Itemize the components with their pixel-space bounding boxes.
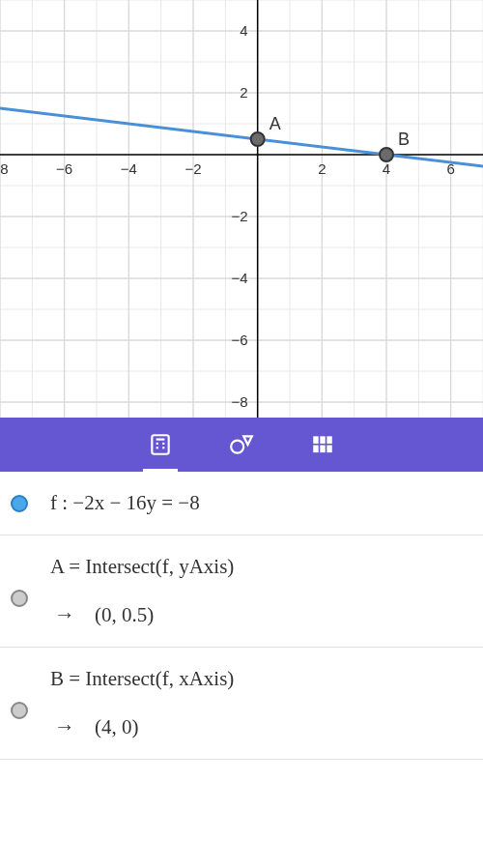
object-row-a[interactable]: A = Intersect(f, yAxis) → (0, 0.5) — [0, 535, 483, 648]
algebra-list: f : −2x − 16y = −8 A = Intersect(f, yAxi… — [0, 472, 483, 760]
svg-rect-72 — [327, 436, 331, 444]
visibility-marker-b[interactable] — [11, 702, 28, 719]
svg-text:−4: −4 — [232, 270, 248, 286]
svg-text:2: 2 — [318, 160, 326, 177]
visibility-marker-f[interactable] — [11, 495, 28, 512]
tools-view-icon[interactable] — [228, 431, 255, 458]
definition-a: A = Intersect(f, yAxis) — [50, 555, 471, 579]
definition-f: f : −2x − 16y = −8 — [50, 491, 471, 515]
svg-text:2: 2 — [240, 84, 247, 101]
svg-text:4: 4 — [240, 22, 247, 39]
svg-rect-70 — [313, 436, 318, 444]
definition-b: B = Intersect(f, xAxis) — [50, 667, 471, 691]
svg-text:−8: −8 — [232, 393, 248, 410]
svg-text:−6: −6 — [56, 160, 72, 177]
svg-text:4: 4 — [383, 160, 390, 177]
object-row-b[interactable]: B = Intersect(f, xAxis) → (4, 0) — [0, 648, 483, 760]
svg-rect-73 — [313, 446, 318, 453]
svg-rect-75 — [327, 446, 331, 453]
result-arrow-icon: → — [54, 602, 75, 627]
coordinate-plane[interactable]: −8−6−4−2246−8−6−4−224AB — [0, 0, 483, 418]
svg-point-69 — [231, 441, 243, 453]
svg-rect-71 — [320, 436, 325, 444]
svg-point-61 — [380, 148, 393, 161]
graph-panel[interactable]: −8−6−4−2246−8−6−4−224AB — [0, 0, 483, 418]
svg-text:A: A — [270, 114, 281, 133]
view-toolbar — [0, 418, 483, 472]
value-a: (0, 0.5) — [95, 603, 154, 627]
svg-point-59 — [251, 132, 265, 146]
svg-text:−8: −8 — [0, 160, 9, 177]
svg-rect-63 — [152, 435, 168, 454]
object-row-f[interactable]: f : −2x − 16y = −8 — [0, 472, 483, 535]
svg-rect-74 — [320, 446, 325, 453]
value-b: (4, 0) — [95, 715, 139, 739]
algebra-view-icon[interactable] — [147, 431, 174, 458]
result-arrow-icon: → — [54, 714, 75, 739]
svg-text:−2: −2 — [185, 160, 201, 177]
svg-text:−6: −6 — [232, 332, 248, 348]
table-view-icon[interactable] — [309, 431, 336, 458]
svg-text:−4: −4 — [121, 160, 137, 177]
visibility-marker-a[interactable] — [11, 590, 28, 607]
svg-text:−2: −2 — [232, 208, 248, 224]
svg-text:B: B — [398, 130, 410, 149]
